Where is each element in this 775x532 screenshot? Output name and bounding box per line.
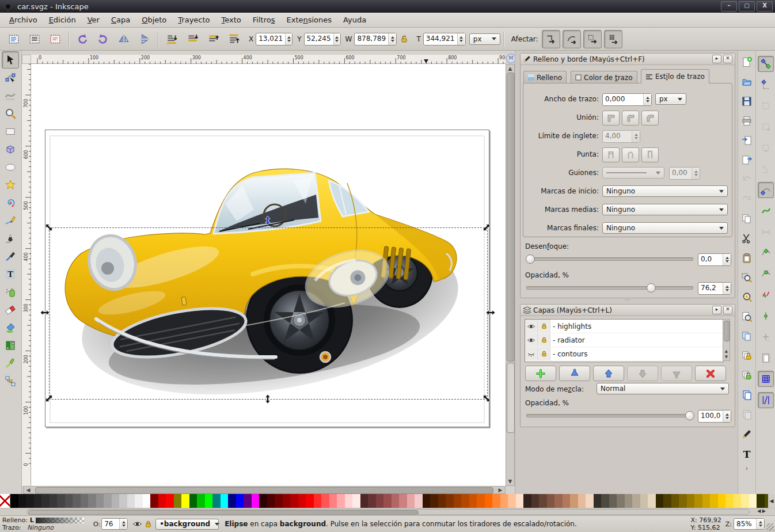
current-layer-dropdown[interactable]: •background bbox=[155, 519, 219, 530]
palette-swatch[interactable] bbox=[415, 494, 423, 508]
tool-connector[interactable] bbox=[2, 373, 19, 390]
palette-swatch[interactable] bbox=[26, 494, 34, 508]
layer-name[interactable]: - contours bbox=[550, 350, 588, 358]
palette-swatch[interactable] bbox=[150, 494, 158, 508]
palette-swatch[interactable] bbox=[81, 494, 89, 508]
palette-swatch[interactable] bbox=[718, 494, 726, 508]
snap-guide-toggle[interactable] bbox=[758, 392, 774, 408]
affect-corners-toggle[interactable] bbox=[563, 30, 581, 48]
palette-swatch[interactable] bbox=[383, 494, 392, 508]
join-miter-button[interactable] bbox=[602, 111, 620, 126]
palette-swatch[interactable] bbox=[306, 494, 314, 508]
fill-stroke-indicator[interactable]: Relleno: L Trazo: Ninguno bbox=[2, 516, 90, 531]
palette-swatch[interactable] bbox=[221, 494, 229, 508]
dash-offset-input[interactable]: 0,00 bbox=[669, 167, 700, 180]
affect-gradients-toggle[interactable] bbox=[583, 30, 602, 48]
palette-swatch[interactable] bbox=[625, 494, 633, 508]
command-zoom-selection[interactable] bbox=[739, 269, 755, 286]
horizontal-ruler[interactable]: 0100200300400500600700800900 bbox=[31, 55, 506, 64]
palette-swatch[interactable] bbox=[477, 494, 485, 508]
menu-archivo[interactable]: Archivo bbox=[3, 14, 43, 26]
palette-swatch[interactable] bbox=[609, 494, 617, 508]
tool-calligraphy[interactable] bbox=[2, 248, 19, 265]
palette-swatch[interactable] bbox=[158, 494, 166, 508]
join-round-button[interactable] bbox=[622, 111, 639, 126]
command-group[interactable] bbox=[739, 348, 755, 364]
palette-swatch[interactable] bbox=[656, 494, 664, 508]
palette-swatch[interactable] bbox=[143, 494, 151, 508]
palette-swatch[interactable] bbox=[702, 494, 711, 508]
dash-pattern-dropdown[interactable] bbox=[602, 167, 664, 178]
tab-stroke-paint[interactable]: Color de trazo bbox=[571, 71, 637, 83]
join-bevel-button[interactable] bbox=[641, 111, 659, 126]
palette-swatch[interactable] bbox=[259, 494, 267, 508]
tool-spiral[interactable] bbox=[2, 194, 19, 211]
palette-swatch[interactable] bbox=[88, 494, 96, 508]
command-zoom-drawing[interactable] bbox=[739, 289, 755, 305]
select-all-button[interactable] bbox=[5, 30, 23, 48]
maximize-button[interactable]: ▢ bbox=[739, 1, 755, 12]
lower-button[interactable] bbox=[183, 30, 202, 48]
height-input[interactable]: 344,921 bbox=[423, 33, 466, 45]
snap-object-center-toggle[interactable] bbox=[758, 329, 774, 345]
eye-open-icon[interactable] bbox=[525, 320, 538, 333]
fs-opacity-slider[interactable] bbox=[526, 286, 693, 290]
menu-edicion[interactable]: Edición bbox=[43, 14, 82, 26]
width-input[interactable]: 878,789 bbox=[354, 33, 397, 45]
panel-close-button[interactable]: ✕ bbox=[723, 55, 732, 63]
x-input[interactable]: 13,021 bbox=[256, 33, 292, 45]
command-export[interactable] bbox=[739, 152, 755, 168]
snap-grid-toggle[interactable] bbox=[758, 371, 774, 387]
palette-swatch[interactable] bbox=[329, 494, 337, 508]
vertical-scrollbar[interactable]: ▲ ▼ bbox=[506, 64, 515, 486]
fill-stroke-title[interactable]: Relleno y borde (Mayús+Ctrl+F) ▸ ✕ bbox=[521, 54, 735, 65]
palette-swatch[interactable] bbox=[423, 494, 431, 508]
tool-gradient[interactable] bbox=[2, 337, 19, 354]
command-text-dialog[interactable]: T bbox=[739, 446, 755, 462]
tool-star[interactable] bbox=[2, 176, 19, 193]
palette-swatch[interactable] bbox=[461, 494, 469, 508]
fs-opacity-input[interactable]: 76,2 bbox=[698, 282, 731, 295]
palette-swatch[interactable] bbox=[523, 494, 531, 508]
menu-ayuda[interactable]: Ayuda bbox=[337, 14, 372, 26]
menu-extensiones[interactable]: Extensiones bbox=[280, 14, 337, 26]
palette-swatch[interactable] bbox=[290, 494, 298, 508]
palette-swatch[interactable] bbox=[392, 494, 400, 508]
no-color-swatch[interactable] bbox=[0, 494, 10, 508]
palette-swatch[interactable] bbox=[275, 494, 283, 508]
palette-swatch[interactable] bbox=[632, 494, 640, 508]
miter-limit-input[interactable]: 4,00 bbox=[602, 130, 640, 143]
palette-swatch[interactable] bbox=[65, 494, 73, 508]
menu-objeto[interactable]: Objeto bbox=[136, 14, 172, 26]
palette-swatch[interactable] bbox=[446, 494, 454, 508]
palette-swatch[interactable] bbox=[337, 494, 345, 508]
palette-swatch[interactable] bbox=[298, 494, 306, 508]
palette-swatch[interactable] bbox=[119, 494, 127, 508]
palette-swatch[interactable] bbox=[508, 494, 516, 508]
blend-mode-dropdown[interactable]: Normal bbox=[597, 383, 729, 394]
snap-midpoint-toggle[interactable] bbox=[758, 287, 774, 303]
stroke-width-units[interactable]: px bbox=[655, 93, 686, 105]
flip-horizontal-button[interactable] bbox=[115, 30, 133, 48]
layer-visibility-icon[interactable] bbox=[132, 520, 142, 528]
markers-mid-dropdown[interactable]: Ninguno bbox=[602, 204, 728, 215]
snap-bbox-center-toggle[interactable] bbox=[758, 161, 774, 177]
palette-swatch[interactable] bbox=[663, 494, 671, 508]
markers-start-dropdown[interactable]: Ninguno bbox=[602, 185, 728, 197]
layer-list-scrollbar[interactable]: ▲ ▼ bbox=[723, 319, 730, 361]
menu-capa[interactable]: Capa bbox=[105, 14, 136, 26]
palette-swatch[interactable] bbox=[321, 494, 329, 508]
palette-swatch[interactable] bbox=[601, 494, 609, 508]
palette-swatch[interactable] bbox=[734, 494, 742, 508]
layer-raise-button[interactable] bbox=[593, 366, 624, 381]
palette-swatch[interactable] bbox=[547, 494, 555, 508]
cap-round-button[interactable] bbox=[622, 147, 639, 162]
panel-menu-button[interactable]: ▸ bbox=[712, 306, 721, 314]
zoom-input[interactable]: 85% bbox=[734, 518, 765, 530]
palette-swatch[interactable] bbox=[135, 494, 143, 508]
palette-scroll-left-icon[interactable]: ◀ bbox=[768, 494, 775, 508]
palette-swatch[interactable] bbox=[197, 494, 205, 508]
command-cut[interactable] bbox=[739, 230, 755, 246]
command-copy[interactable] bbox=[739, 211, 755, 227]
palette-swatch[interactable] bbox=[267, 494, 275, 508]
